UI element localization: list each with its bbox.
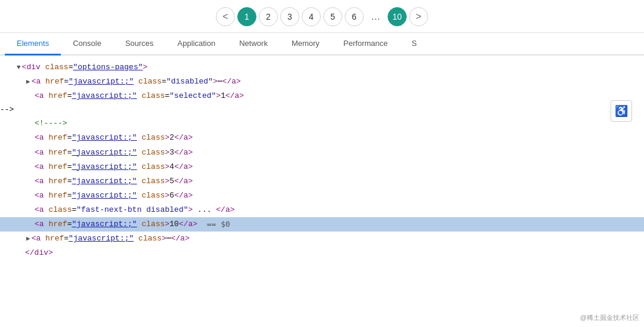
dom-line-a-5: <a href="javascript:;" class > 5 </a> bbox=[0, 174, 644, 189]
tab-memory[interactable]: Memory bbox=[280, 33, 332, 55]
watermark: @稀土掘金技术社区 bbox=[580, 313, 639, 322]
page-5-button[interactable]: 5 bbox=[323, 7, 342, 26]
dom-line-div-open: ▼ <div class="options-pages" > bbox=[0, 60, 644, 75]
tab-console[interactable]: Console bbox=[61, 33, 113, 55]
page-10-button[interactable]: 10 bbox=[388, 7, 407, 26]
tab-more[interactable]: S bbox=[400, 33, 429, 55]
accessibility-icon: ♿ bbox=[615, 104, 628, 118]
tab-sources[interactable]: Sources bbox=[113, 33, 166, 55]
dom-line-a-fast-next: <a class="fast-next-btn disabled" > ... … bbox=[0, 203, 644, 217]
dom-line-a-6: <a href="javascript:;" class > 6 </a> bbox=[0, 189, 644, 203]
pagination-bar: < 1 2 3 4 5 6 … 10 > bbox=[0, 0, 644, 33]
dom-line-a-3: <a href="javascript:;" class > 3 </a> bbox=[0, 146, 644, 160]
next-page-button[interactable]: > bbox=[409, 7, 428, 26]
dom-line-a-last-dots: ▶ <a href="javascript:;" class > ⋯ </a> bbox=[0, 232, 644, 246]
dom-line-div-close: </div> bbox=[0, 246, 644, 260]
accessibility-button[interactable]: ♿ bbox=[611, 100, 632, 122]
dom-line-a-4: <a href="javascript:;" class > 4 </a> bbox=[0, 160, 644, 174]
dom-line-a-2: <a href="javascript:;" class > 2 </a> bbox=[0, 131, 644, 145]
page-6-button[interactable]: 6 bbox=[345, 7, 364, 26]
dom-line-a-10: <a href="javascript:;" class > 10 </a> =… bbox=[0, 217, 644, 232]
page-1-button[interactable]: 1 bbox=[237, 7, 256, 26]
tab-performance[interactable]: Performance bbox=[332, 33, 400, 55]
prev-page-button[interactable]: < bbox=[216, 7, 235, 26]
dom-line-a-disabled: ▶ <a href="javascript:;" class="disabled… bbox=[0, 75, 644, 89]
page-4-button[interactable]: 4 bbox=[302, 7, 321, 26]
tab-application[interactable]: Application bbox=[166, 33, 228, 55]
page-2-button[interactable]: 2 bbox=[259, 7, 278, 26]
triangle-icon: ▶ bbox=[26, 76, 30, 88]
dom-line-comment: <!----> bbox=[0, 116, 644, 131]
dom-area: ▼ <div class="options-pages" > ▶ <a href… bbox=[0, 55, 644, 265]
devtools-tabs: Elements Console Sources Application Net… bbox=[0, 33, 644, 55]
triangle-icon: ▼ bbox=[17, 62, 21, 73]
page-3-button[interactable]: 3 bbox=[280, 7, 299, 26]
page-dots: … bbox=[366, 7, 385, 26]
triangle-icon: ▶ bbox=[26, 233, 30, 245]
tab-network[interactable]: Network bbox=[227, 33, 280, 55]
tab-elements[interactable]: Elements bbox=[5, 33, 61, 55]
dom-line-a-selected: <a href="javascript:;" class="selected" … bbox=[0, 89, 644, 103]
